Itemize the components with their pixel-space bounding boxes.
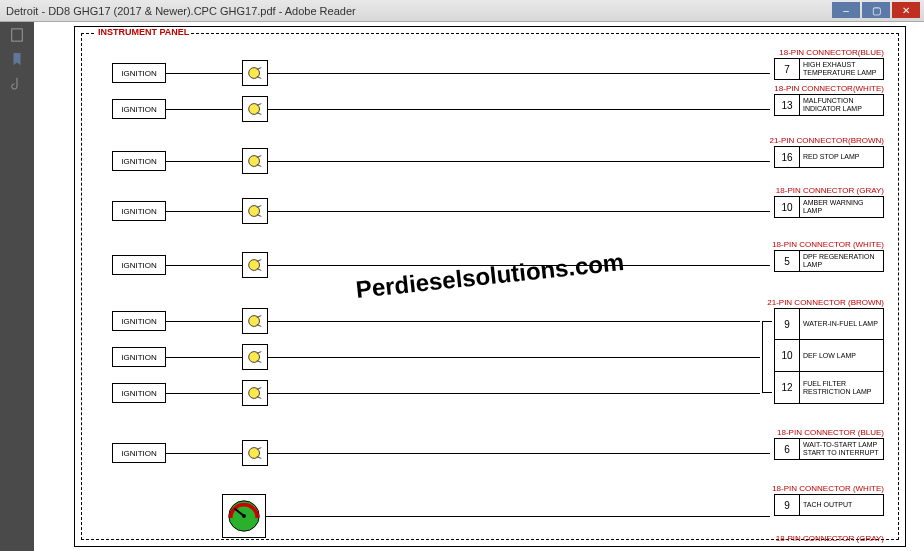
wire-segment	[268, 357, 760, 358]
connector-block: 18-PIN CONNECTOR(WHITE) 13 MALFUNCTION I…	[774, 84, 884, 116]
ignition-box: IGNITION	[112, 151, 166, 171]
connector-label: 21-PIN CONNECTOR (BROWN)	[767, 298, 884, 307]
wire-segment	[166, 73, 242, 74]
connector-block: 21-PIN CONNECTOR (BROWN) 9 WATER-IN-FUEL…	[767, 298, 884, 404]
lamp-icon	[242, 440, 268, 466]
diagram-row: IGNITION 18-PIN CONNECTOR (BLUE) 6 WAIT-…	[82, 440, 898, 466]
tachometer-gauge-icon	[222, 494, 266, 538]
reader-sidebar	[0, 22, 34, 551]
connector-block: 18-PIN CONNECTOR (WHITE) 9 TACH OUTPUT	[772, 484, 884, 516]
connector-label: 18-PIN CONNECTOR (GRAY)	[776, 534, 884, 543]
pin-number: 6	[774, 438, 800, 460]
wire-segment	[268, 109, 770, 110]
diagram-row: IGNITION 18-PIN CONNECTOR(BLUE) 7 HIGH E…	[82, 60, 898, 86]
lamp-icon	[242, 148, 268, 174]
connector-label: 18-PIN CONNECTOR (WHITE)	[772, 484, 884, 493]
diagram-row: IGNITION 18-PIN CONNECTOR (GRAY) 10 AMBE…	[82, 198, 898, 224]
wire-segment	[268, 211, 770, 212]
ignition-box: IGNITION	[112, 347, 166, 367]
pin-number: 7	[774, 58, 800, 80]
ignition-box: IGNITION	[112, 443, 166, 463]
diagram-row: IGNITION 18-PIN CONNECTOR (WHITE) 5 DPF …	[82, 252, 898, 278]
pin-description: DPF REGENERATION LAMP	[800, 250, 884, 272]
wire-segment	[268, 161, 770, 162]
lamp-icon	[242, 252, 268, 278]
wire-segment	[268, 265, 770, 266]
pin-description: WATER-IN-FUEL LAMP	[800, 308, 884, 340]
lamp-icon	[242, 308, 268, 334]
ignition-box: IGNITION	[112, 201, 166, 221]
instrument-panel-box: INSTRUMENT PANEL IGNITION 18-PIN CONNECT…	[81, 33, 899, 540]
lamp-icon	[242, 96, 268, 122]
lamp-icon	[242, 344, 268, 370]
connector-block: 18-PIN CONNECTOR (GRAY)	[776, 534, 884, 544]
pin-description: TACH OUTPUT	[800, 494, 884, 516]
connector-label: 18-PIN CONNECTOR (WHITE)	[772, 240, 884, 249]
connector-label: 18-PIN CONNECTOR(BLUE)	[779, 48, 884, 57]
svg-point-30	[242, 514, 246, 518]
pin-number: 12	[774, 372, 800, 404]
diagram-row: IGNITION 18-PIN CONNECTOR(WHITE) 13 MALF…	[82, 96, 898, 122]
pin-number: 13	[774, 94, 800, 116]
pin-number: 5	[774, 250, 800, 272]
diagram-row: IGNITION 21-PIN CONNECTOR(BROWN) 16 RED …	[82, 148, 898, 174]
wire-segment	[166, 109, 242, 110]
svg-rect-0	[12, 29, 23, 41]
window-minimize-button[interactable]: –	[832, 2, 860, 18]
pin-number: 10	[774, 340, 800, 372]
pin-number: 9	[774, 494, 800, 516]
pin-description: WAIT-TO-START LAMP START TO INTERRUPT	[800, 438, 884, 460]
ignition-box: IGNITION	[112, 99, 166, 119]
window-close-button[interactable]: ✕	[892, 2, 920, 18]
pin-description: DEF LOW LAMP	[800, 340, 884, 372]
window-titlebar: Detroit - DD8 GHG17 (2017 & Newer).CPC G…	[0, 0, 924, 22]
ignition-box: IGNITION	[112, 255, 166, 275]
pin-number: 9	[774, 308, 800, 340]
connector-block: 18-PIN CONNECTOR (WHITE) 5 DPF REGENERAT…	[772, 240, 884, 272]
wire-segment	[166, 357, 242, 358]
attachments-icon[interactable]	[10, 76, 24, 90]
pin-description: HIGH EXHAUST TEMPERATURE LAMP	[800, 58, 884, 80]
wire-segment	[166, 265, 242, 266]
wire-segment	[266, 516, 770, 517]
pin-description: AMBER WARNING LAMP	[800, 196, 884, 218]
window-maximize-button[interactable]: ▢	[862, 2, 890, 18]
wire-segment	[166, 453, 242, 454]
connector-block: 18-PIN CONNECTOR (BLUE) 6 WAIT-TO-START …	[774, 428, 884, 460]
wire-segment	[268, 321, 760, 322]
wire-segment	[268, 393, 760, 394]
ignition-box: IGNITION	[112, 311, 166, 331]
pin-description: MALFUNCTION INDICATOR LAMP	[800, 94, 884, 116]
wire-segment	[268, 73, 770, 74]
wire-segment	[166, 393, 242, 394]
window-title: Detroit - DD8 GHG17 (2017 & Newer).CPC G…	[6, 5, 356, 17]
lamp-icon	[242, 198, 268, 224]
pin-description: FUEL FILTER RESTRICTION LAMP	[800, 372, 884, 404]
thumbnails-icon[interactable]	[10, 28, 24, 42]
pin-number: 16	[774, 146, 800, 168]
ignition-box: IGNITION	[112, 63, 166, 83]
wire-segment	[166, 161, 242, 162]
instrument-panel-label: INSTRUMENT PANEL	[96, 27, 191, 37]
wire-segment	[166, 211, 242, 212]
connector-label: 21-PIN CONNECTOR(BROWN)	[769, 136, 884, 145]
lamp-icon	[242, 60, 268, 86]
ignition-box: IGNITION	[112, 383, 166, 403]
pdf-page: INSTRUMENT PANEL IGNITION 18-PIN CONNECT…	[34, 22, 924, 551]
diagram-outer-border: INSTRUMENT PANEL IGNITION 18-PIN CONNECT…	[74, 26, 906, 547]
connector-label: 18-PIN CONNECTOR (BLUE)	[777, 428, 884, 437]
wire-segment	[268, 453, 770, 454]
lamp-icon	[242, 380, 268, 406]
bookmark-icon[interactable]	[10, 52, 24, 66]
diagram-row: 18-PIN CONNECTOR (WHITE) 9 TACH OUTPUT	[82, 494, 898, 538]
pin-description: RED STOP LAMP	[800, 146, 884, 168]
connector-label: 18-PIN CONNECTOR (GRAY)	[776, 186, 884, 195]
wire-segment	[166, 321, 242, 322]
connector-block: 18-PIN CONNECTOR(BLUE) 7 HIGH EXHAUST TE…	[774, 48, 884, 80]
connector-block: 21-PIN CONNECTOR(BROWN) 16 RED STOP LAMP	[769, 136, 884, 168]
connector-label: 18-PIN CONNECTOR(WHITE)	[774, 84, 884, 93]
connector-block: 18-PIN CONNECTOR (GRAY) 10 AMBER WARNING…	[774, 186, 884, 218]
pin-number: 10	[774, 196, 800, 218]
